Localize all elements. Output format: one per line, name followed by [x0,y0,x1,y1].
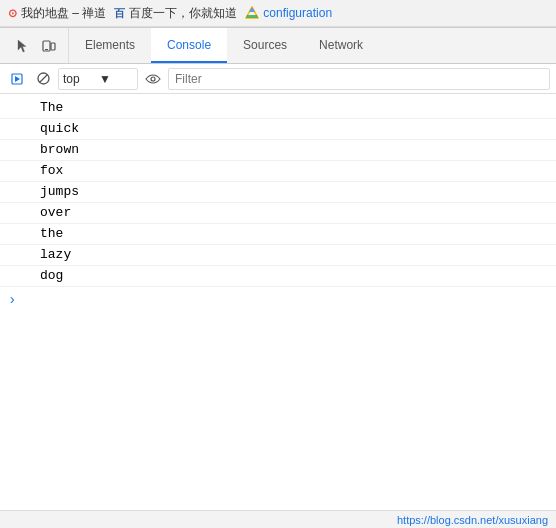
console-line: quick [0,119,556,140]
svg-line-11 [39,75,47,83]
svg-point-12 [151,77,155,81]
context-selector[interactable]: top ▼ [58,68,138,90]
device-icon [42,39,56,53]
devtools-panel: Elements Console Sources Network [0,27,556,528]
tab-sources[interactable]: Sources [227,28,303,63]
tab-console[interactable]: Console [151,28,227,63]
console-line: over [0,203,556,224]
console-line: The [0,98,556,119]
devtools-footer: https://blog.csdn.net/xusuxiang [0,510,556,528]
devtools-tab-list: Elements Console Sources Network [69,28,379,63]
console-line: fox [0,161,556,182]
bookmark-baidu[interactable]: 百 百度一下，你就知道 [114,5,237,22]
tab-network[interactable]: Network [303,28,379,63]
bookmark-chandao[interactable]: ⊙ 我的地盘 – 禅道 [8,5,106,22]
prompt-arrow-icon: › [8,289,16,311]
filter-input[interactable] [168,68,550,90]
bookmark-config[interactable]: configuration [245,6,332,20]
footer-url[interactable]: https://blog.csdn.net/xusuxiang [397,514,548,526]
eye-icon [145,73,161,85]
svg-marker-2 [246,15,258,18]
console-line: jumps [0,182,556,203]
chevron-down-icon: ▼ [99,72,133,86]
browser-top-bar: ⊙ 我的地盘 – 禅道 百 百度一下，你就知道 configuration [0,0,556,27]
svg-marker-4 [18,40,26,52]
inspect-element-button[interactable] [12,35,34,57]
svg-rect-6 [51,43,55,50]
console-line: dog [0,266,556,287]
devtools-icon-group [4,28,69,63]
console-prompt[interactable]: › [0,287,556,313]
clear-console-button[interactable] [32,68,54,90]
chandao-icon: ⊙ [8,7,17,20]
console-toolbar: top ▼ [0,64,556,94]
block-icon [37,72,50,85]
device-toolbar-button[interactable] [38,35,60,57]
config-link[interactable]: configuration [263,6,332,20]
console-line: brown [0,140,556,161]
console-line: the [0,224,556,245]
live-expressions-button[interactable] [142,68,164,90]
drive-icon [245,6,259,20]
run-icon [11,73,23,85]
svg-marker-9 [15,76,20,82]
console-line: lazy [0,245,556,266]
tab-elements[interactable]: Elements [69,28,151,63]
cursor-icon [16,39,30,53]
run-script-button[interactable] [6,68,28,90]
baidu-icon: 百 [114,6,125,21]
devtools-tabs-bar: Elements Console Sources Network [0,28,556,64]
console-output: The quick brown fox jumps over the lazy … [0,94,556,510]
